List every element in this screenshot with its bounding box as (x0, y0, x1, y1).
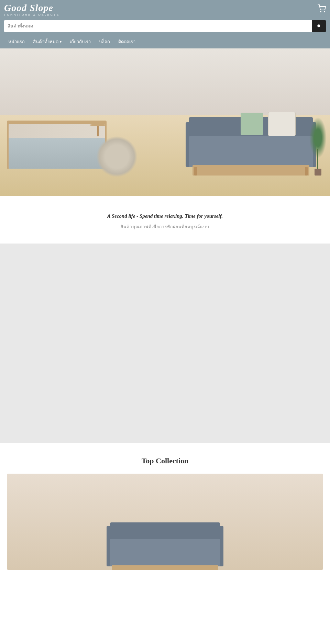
nav-item-products[interactable]: สินค้าทั้งหมด ▾ (33, 38, 62, 45)
cart-button[interactable] (318, 4, 326, 15)
sofa-leg-right (305, 167, 308, 176)
sofa-base (192, 165, 309, 176)
card-sofa-base (112, 565, 218, 570)
pillow-white (268, 112, 296, 136)
brand-name: Good Slope (4, 3, 60, 13)
plant-pot (315, 169, 321, 176)
nav-bar: หน้าแรก สินค้าทั้งหมด ▾ เกี่ยวกับเรา บล็… (4, 35, 326, 48)
side-table (89, 124, 107, 141)
search-button[interactable] (312, 20, 326, 32)
sofa (186, 107, 316, 176)
tagline-main: A Second life - Spend time relaxing. Tim… (7, 213, 323, 219)
gray-section (0, 244, 330, 443)
brand-subtitle: FURNITURE & OBJECTS (4, 13, 60, 17)
side-table-leg (97, 126, 99, 136)
sofa-leg-left (194, 167, 197, 176)
header-top: Good Slope FURNITURE & OBJECTS (4, 3, 326, 19)
tagline-sub: สินค้าคุณภาพดีเพื่อการพักผ่อนที่สมบูรณ์แ… (7, 223, 323, 230)
rug (96, 136, 138, 177)
svg-point-0 (320, 11, 321, 12)
collection-section: Top Collection (0, 443, 330, 577)
nav-item-contact[interactable]: ติดต่อเรา (118, 38, 135, 45)
nav-item-blog[interactable]: บล็อก (99, 38, 110, 45)
card-sofa (107, 508, 223, 570)
pillow-green (241, 113, 263, 135)
tagline-section: A Second life - Spend time relaxing. Tim… (0, 196, 330, 244)
nav-item-home[interactable]: หน้าแรก (8, 38, 25, 45)
collection-card[interactable] (7, 474, 323, 570)
card-sofa-body (110, 539, 220, 566)
plant-stem (317, 149, 318, 169)
svg-point-1 (324, 11, 325, 12)
search-bar (4, 19, 326, 35)
card-sofa-back (110, 522, 220, 540)
plant (309, 114, 327, 176)
chevron-down-icon: ▾ (60, 40, 62, 44)
nav-item-about[interactable]: เกี่ยวกับเรา (70, 38, 91, 45)
header: Good Slope FURNITURE & OBJECTS หน้าแรก ส… (0, 0, 330, 48)
logo[interactable]: Good Slope FURNITURE & OBJECTS (4, 3, 60, 17)
hero-image (0, 48, 330, 196)
search-input[interactable] (4, 20, 312, 32)
hero-scene (0, 48, 330, 196)
bed-blanket (9, 138, 105, 169)
collection-title: Top Collection (7, 456, 323, 465)
sofa-body (189, 136, 313, 167)
